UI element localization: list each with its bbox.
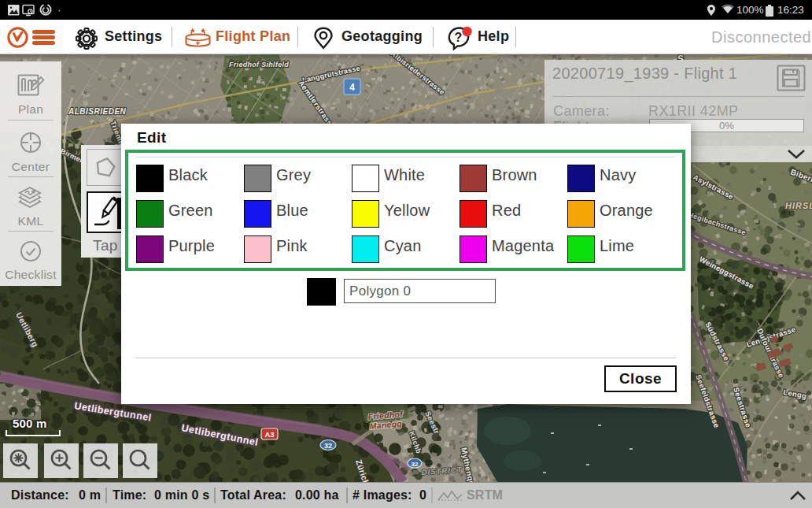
svg-text:32: 32 [412,461,419,468]
svg-text:4: 4 [349,82,355,93]
svg-text:HIRSLAN: HIRSLAN [785,201,812,210]
svg-text:32: 32 [324,442,332,450]
svg-text:?: ? [455,31,463,44]
svg-text:ALBISRIEDEN: ALBISRIEDEN [68,107,127,116]
svg-text:Friedhof Sihlfeld: Friedhof Sihlfeld [229,61,289,69]
svg-text:A3: A3 [264,430,274,439]
